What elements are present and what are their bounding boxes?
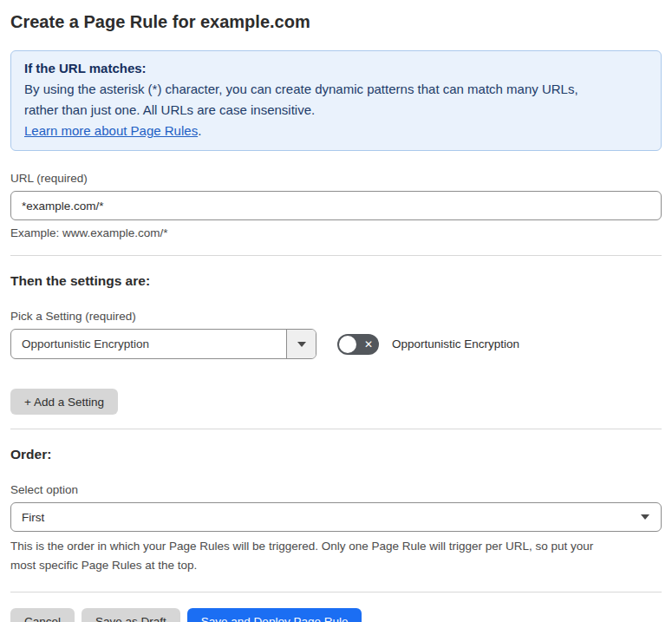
add-setting-button[interactable]: + Add a Setting — [10, 389, 118, 415]
section-divider — [10, 429, 662, 429]
learn-more-link[interactable]: Learn more about Page Rules — [24, 123, 198, 138]
info-box-line: rather than just one. All URLs are case … — [24, 100, 648, 121]
save-draft-button[interactable]: Save as Draft — [82, 608, 180, 622]
info-box-link-line: Learn more about Page Rules. — [24, 121, 648, 141]
section-divider — [10, 255, 662, 256]
page-title: Create a Page Rule for example.com — [10, 10, 662, 33]
order-helper-line: most specific Page Rules at the top. — [10, 556, 662, 575]
toggle-label: Opportunistic Encryption — [392, 337, 519, 350]
setting-select-arrow-button[interactable] — [286, 330, 316, 358]
toggle-knob — [339, 336, 356, 353]
select-option-label: Select option — [10, 483, 662, 496]
info-box-heading: If the URL matches: — [24, 58, 648, 79]
url-label: URL (required) — [10, 172, 662, 185]
caret-down-icon — [641, 514, 649, 520]
settings-heading: Then the settings are: — [10, 273, 662, 289]
order-helper-line: This is the order in which your Page Rul… — [10, 537, 662, 556]
order-heading: Order: — [10, 447, 662, 462]
toggle-x-icon: ✕ — [364, 334, 373, 355]
url-input[interactable] — [10, 191, 662, 220]
setting-row: Opportunistic Encryption ✕ Opportunistic… — [10, 329, 662, 359]
save-deploy-button[interactable]: Save and Deploy Page Rule — [187, 608, 362, 622]
url-example-helper: Example: www.example.com/* — [10, 226, 662, 241]
setting-select-value: Opportunistic Encryption — [11, 330, 286, 358]
caret-down-icon — [297, 342, 306, 347]
setting-select[interactable]: Opportunistic Encryption — [10, 329, 316, 359]
page-rule-form: Create a Page Rule for example.com If th… — [0, 10, 672, 622]
order-select[interactable]: First — [10, 502, 662, 532]
opportunistic-encryption-toggle[interactable]: ✕ — [337, 334, 379, 355]
pick-setting-label: Pick a Setting (required) — [10, 310, 662, 323]
cancel-button[interactable]: Cancel — [10, 608, 75, 622]
url-match-info-box: If the URL matches: By using the asteris… — [10, 50, 662, 151]
info-box-line: By using the asterisk (*) character, you… — [24, 79, 648, 100]
footer-divider — [10, 592, 662, 593]
link-suffix: . — [198, 123, 201, 138]
order-helper: This is the order in which your Page Rul… — [10, 537, 662, 575]
footer-actions: Cancel Save as Draft Save and Deploy Pag… — [10, 608, 662, 622]
order-select-value: First — [11, 511, 641, 524]
